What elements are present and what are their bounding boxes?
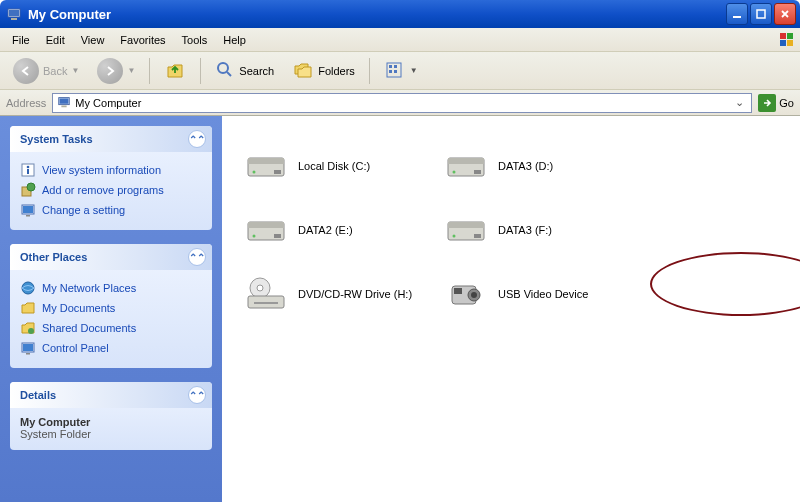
svg-rect-29 (23, 344, 33, 351)
minimize-button[interactable] (726, 3, 748, 25)
menu-help[interactable]: Help (215, 32, 254, 48)
svg-rect-7 (780, 40, 786, 46)
svg-rect-24 (23, 206, 33, 213)
link-label: My Documents (42, 301, 115, 316)
device-item-usb-video[interactable]: USB Video Device (442, 262, 672, 326)
svg-point-27 (28, 328, 34, 334)
back-button[interactable]: Back ▼ (6, 55, 86, 87)
svg-point-26 (22, 282, 34, 294)
svg-rect-30 (26, 353, 30, 355)
sidebar-link-add-remove-programs[interactable]: Add or remove programs (20, 180, 202, 200)
svg-rect-17 (62, 105, 67, 107)
svg-rect-40 (248, 222, 284, 228)
back-label: Back (43, 65, 67, 77)
details-header[interactable]: Details ⌃⌃ (10, 382, 212, 408)
svg-point-41 (253, 235, 256, 238)
drive-item-c[interactable]: Local Disk (C:) (242, 134, 442, 198)
maximize-button[interactable] (750, 3, 772, 25)
address-input[interactable]: My Computer ⌄ (52, 93, 752, 113)
programs-icon (20, 182, 36, 198)
svg-rect-5 (780, 33, 786, 39)
svg-rect-13 (389, 70, 392, 73)
collapse-icon: ⌃⌃ (188, 386, 206, 404)
item-label: DATA2 (E:) (298, 224, 353, 236)
svg-rect-50 (254, 302, 278, 304)
drive-item-e[interactable]: DATA2 (E:) (242, 198, 442, 262)
svg-rect-42 (274, 234, 281, 238)
dropdown-icon: ▼ (71, 66, 79, 75)
forward-arrow-icon (97, 58, 123, 84)
link-label: View system information (42, 163, 161, 178)
menu-tools[interactable]: Tools (174, 32, 216, 48)
svg-rect-36 (448, 158, 484, 164)
setting-icon (20, 202, 36, 218)
my-computer-icon (6, 6, 22, 22)
system-tasks-panel: System Tasks ⌃⌃ View system information … (10, 126, 212, 230)
svg-rect-3 (733, 16, 741, 18)
address-dropdown-icon[interactable]: ⌄ (731, 96, 747, 109)
drive-item-d[interactable]: DATA3 (D:) (442, 134, 672, 198)
link-label: Change a setting (42, 203, 125, 218)
network-icon (20, 280, 36, 296)
item-label: Local Disk (C:) (298, 160, 370, 172)
svg-rect-12 (394, 65, 397, 68)
svg-point-9 (218, 63, 228, 73)
views-button[interactable]: ▼ (377, 57, 425, 85)
svg-rect-34 (274, 170, 281, 174)
optical-drive-icon (244, 276, 288, 312)
svg-point-45 (453, 235, 456, 238)
hdd-icon (244, 148, 288, 184)
svg-rect-2 (11, 18, 17, 20)
menu-favorites[interactable]: Favorites (112, 32, 173, 48)
drive-item-f[interactable]: DATA3 (F:) (442, 198, 672, 262)
svg-rect-54 (454, 288, 462, 294)
details-type: System Folder (20, 428, 202, 440)
toolbar: Back ▼ ▼ Search Folders ▼ (0, 52, 800, 90)
menu-edit[interactable]: Edit (38, 32, 73, 48)
hdd-icon (244, 212, 288, 248)
sidebar-link-my-documents[interactable]: My Documents (20, 298, 202, 318)
details-name: My Computer (20, 416, 202, 428)
sidebar-link-network-places[interactable]: My Network Places (20, 278, 202, 298)
link-label: My Network Places (42, 281, 136, 296)
folders-button[interactable]: Folders (285, 56, 362, 86)
other-places-panel: Other Places ⌃⌃ My Network Places My Doc… (10, 244, 212, 368)
address-label: Address (6, 97, 46, 109)
menu-view[interactable]: View (73, 32, 113, 48)
svg-point-22 (27, 183, 35, 191)
sidebar: System Tasks ⌃⌃ View system information … (0, 116, 222, 502)
drive-item-dvd[interactable]: DVD/CD-RW Drive (H:) (242, 262, 442, 326)
svg-point-37 (453, 171, 456, 174)
svg-point-33 (253, 171, 256, 174)
forward-button[interactable]: ▼ (90, 55, 142, 87)
close-button[interactable] (774, 3, 796, 25)
dropdown-icon: ▼ (127, 66, 135, 75)
search-button[interactable]: Search (208, 57, 281, 85)
other-places-header[interactable]: Other Places ⌃⌃ (10, 244, 212, 270)
svg-rect-38 (474, 170, 481, 174)
sidebar-link-shared-documents[interactable]: Shared Documents (20, 318, 202, 338)
svg-rect-32 (248, 158, 284, 164)
svg-rect-8 (787, 40, 793, 46)
svg-point-48 (257, 285, 263, 291)
svg-rect-16 (60, 98, 69, 103)
menu-file[interactable]: File (4, 32, 38, 48)
go-label: Go (779, 97, 794, 109)
up-button[interactable] (157, 56, 193, 86)
svg-rect-6 (787, 33, 793, 39)
titlebar: My Computer (0, 0, 800, 28)
sidebar-link-view-system-info[interactable]: View system information (20, 160, 202, 180)
go-button[interactable]: Go (758, 94, 794, 112)
svg-rect-20 (27, 169, 29, 174)
my-computer-icon (57, 95, 71, 111)
folders-label: Folders (318, 65, 355, 77)
folder-up-icon (164, 59, 186, 83)
svg-rect-44 (448, 222, 484, 228)
dropdown-icon: ▼ (410, 66, 418, 75)
sidebar-link-change-setting[interactable]: Change a setting (20, 200, 202, 220)
camera-icon (444, 276, 488, 312)
back-arrow-icon (13, 58, 39, 84)
system-tasks-header[interactable]: System Tasks ⌃⌃ (10, 126, 212, 152)
sidebar-link-control-panel[interactable]: Control Panel (20, 338, 202, 358)
system-tasks-title: System Tasks (20, 133, 93, 145)
